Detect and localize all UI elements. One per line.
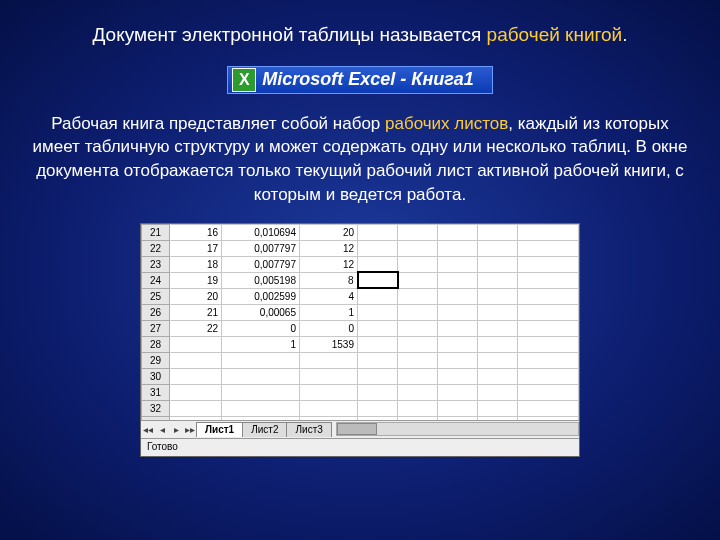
row-header[interactable]: 32	[142, 400, 170, 416]
table-row[interactable]: 32	[142, 400, 579, 416]
cell[interactable]	[300, 368, 358, 384]
sheet-tab-1[interactable]: Лист1	[196, 422, 243, 437]
cell[interactable]	[518, 288, 579, 304]
cell[interactable]: 20	[300, 224, 358, 240]
cell[interactable]	[358, 320, 398, 336]
cell[interactable]	[518, 336, 579, 352]
cell[interactable]	[358, 352, 398, 368]
row-header[interactable]: 22	[142, 240, 170, 256]
cell[interactable]	[478, 336, 518, 352]
table-row[interactable]: 24190,0051988	[142, 272, 579, 288]
cell[interactable]	[170, 352, 222, 368]
cell[interactable]	[398, 288, 438, 304]
cell[interactable]	[478, 304, 518, 320]
row-header[interactable]: 24	[142, 272, 170, 288]
cell[interactable]	[398, 304, 438, 320]
cell[interactable]	[518, 368, 579, 384]
cell[interactable]	[170, 384, 222, 400]
scrollbar-thumb[interactable]	[337, 423, 377, 435]
cell[interactable]: 0	[300, 320, 358, 336]
cell[interactable]: 1	[222, 336, 300, 352]
cell[interactable]	[518, 224, 579, 240]
cell[interactable]	[518, 240, 579, 256]
sheet-tab-3[interactable]: Лист3	[286, 422, 331, 437]
cell[interactable]	[478, 368, 518, 384]
table-row[interactable]: 2811539	[142, 336, 579, 352]
cell[interactable]	[438, 400, 478, 416]
cell[interactable]	[438, 352, 478, 368]
tab-nav-last[interactable]: ▸▸	[183, 424, 197, 435]
table-row[interactable]: 26210,000651	[142, 304, 579, 320]
cell[interactable]	[478, 400, 518, 416]
cell[interactable]	[358, 368, 398, 384]
cell[interactable]	[398, 240, 438, 256]
spreadsheet-grid[interactable]: 21160,0106942022170,0077971223180,007797…	[141, 224, 579, 420]
cell[interactable]: 1539	[300, 336, 358, 352]
cell[interactable]	[358, 272, 398, 288]
cell[interactable]	[478, 288, 518, 304]
cell[interactable]: 0,005198	[222, 272, 300, 288]
cell[interactable]	[222, 368, 300, 384]
cell[interactable]: 0,007797	[222, 256, 300, 272]
cell[interactable]	[358, 384, 398, 400]
cell[interactable]	[518, 304, 579, 320]
table-row[interactable]: 21160,01069420	[142, 224, 579, 240]
cell[interactable]: 0	[222, 320, 300, 336]
row-header[interactable]: 21	[142, 224, 170, 240]
cell[interactable]	[478, 320, 518, 336]
cell[interactable]	[358, 336, 398, 352]
cell[interactable]	[170, 336, 222, 352]
cell[interactable]	[398, 400, 438, 416]
row-header[interactable]: 31	[142, 384, 170, 400]
cell[interactable]: 20	[170, 288, 222, 304]
cell[interactable]	[358, 400, 398, 416]
sheet-tab-2[interactable]: Лист2	[242, 422, 287, 437]
cell[interactable]	[478, 384, 518, 400]
table-row[interactable]: 31	[142, 384, 579, 400]
cell[interactable]: 0,010694	[222, 224, 300, 240]
cell[interactable]	[300, 400, 358, 416]
cell[interactable]: 0,007797	[222, 240, 300, 256]
cell[interactable]	[478, 224, 518, 240]
cell[interactable]	[358, 288, 398, 304]
cell[interactable]	[358, 256, 398, 272]
tab-nav-next[interactable]: ▸	[169, 424, 183, 435]
table-row[interactable]: 22170,00779712	[142, 240, 579, 256]
cell[interactable]	[518, 256, 579, 272]
cell[interactable]: 0,00065	[222, 304, 300, 320]
cell[interactable]: 18	[170, 256, 222, 272]
cell[interactable]: 4	[300, 288, 358, 304]
table-row[interactable]: 30	[142, 368, 579, 384]
cell[interactable]	[438, 336, 478, 352]
row-header[interactable]: 26	[142, 304, 170, 320]
cell[interactable]	[518, 400, 579, 416]
cell[interactable]	[438, 240, 478, 256]
cell[interactable]: 1	[300, 304, 358, 320]
cell[interactable]	[398, 224, 438, 240]
row-header[interactable]: 30	[142, 368, 170, 384]
cell[interactable]: 12	[300, 240, 358, 256]
cell[interactable]	[358, 304, 398, 320]
row-header[interactable]: 23	[142, 256, 170, 272]
row-header[interactable]: 28	[142, 336, 170, 352]
cell[interactable]	[438, 384, 478, 400]
cell[interactable]	[478, 240, 518, 256]
cell[interactable]	[438, 272, 478, 288]
cell[interactable]: 22	[170, 320, 222, 336]
cell[interactable]	[438, 288, 478, 304]
cell[interactable]	[518, 320, 579, 336]
cell[interactable]	[518, 272, 579, 288]
row-header[interactable]: 27	[142, 320, 170, 336]
tab-nav-prev[interactable]: ◂	[155, 424, 169, 435]
cell[interactable]	[222, 384, 300, 400]
cell[interactable]	[170, 400, 222, 416]
horizontal-scrollbar[interactable]	[336, 422, 579, 436]
cell[interactable]	[222, 352, 300, 368]
row-header[interactable]: 25	[142, 288, 170, 304]
cell[interactable]	[398, 320, 438, 336]
row-header[interactable]: 29	[142, 352, 170, 368]
cell[interactable]	[398, 272, 438, 288]
cell[interactable]: 21	[170, 304, 222, 320]
table-row[interactable]: 272200	[142, 320, 579, 336]
cell[interactable]	[398, 384, 438, 400]
